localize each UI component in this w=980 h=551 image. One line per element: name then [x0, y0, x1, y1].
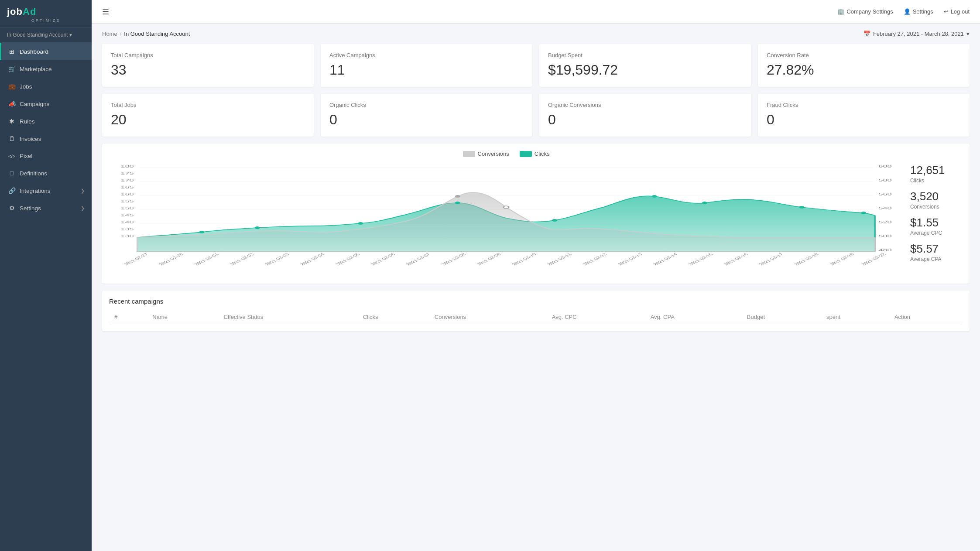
- chart-legend: Conversions Clicks: [109, 151, 903, 157]
- recent-campaigns-title: Recent campaigns: [109, 298, 963, 305]
- settings-label: Settings: [913, 8, 933, 15]
- chart-container: Conversions Clicks 180 175 170 165 160: [102, 144, 970, 284]
- hamburger-button[interactable]: ☰: [102, 7, 109, 17]
- logout-icon: ↩: [944, 8, 949, 15]
- svg-text:130: 130: [120, 234, 134, 238]
- topbar-right: 🏢 Company Settings 👤 Settings ↩ Log out: [837, 8, 970, 15]
- sidebar-item-rules[interactable]: ✱ Rules: [0, 113, 92, 130]
- svg-text:2021-03-16: 2021-03-16: [722, 253, 749, 266]
- stat-label: Organic Conversions: [548, 102, 742, 108]
- sidebar-item-dashboard[interactable]: ⊞ Dashboard: [0, 43, 92, 60]
- chart-stat-label: Average CPA: [910, 256, 963, 262]
- svg-text:145: 145: [120, 213, 134, 217]
- svg-point-27: [358, 222, 363, 225]
- svg-text:175: 175: [120, 171, 134, 175]
- company-settings-link[interactable]: 🏢 Company Settings: [837, 8, 893, 15]
- sidebar-item-label: Definitions: [20, 170, 85, 177]
- chart-stat-value: 12,651: [910, 164, 963, 177]
- topbar: ☰ 🏢 Company Settings 👤 Settings ↩ Log ou…: [92, 0, 980, 24]
- svg-text:150: 150: [120, 206, 134, 210]
- svg-text:140: 140: [120, 220, 134, 224]
- stat-label: Total Jobs: [111, 102, 305, 108]
- svg-text:2021-03-15: 2021-03-15: [687, 253, 714, 266]
- svg-point-35: [504, 206, 509, 209]
- stat-value: 11: [329, 62, 524, 78]
- stat-value: $19,599.72: [548, 62, 742, 78]
- stat-card: Active Campaigns 11: [321, 44, 532, 87]
- stat-value: 0: [767, 112, 961, 128]
- chart-sidebar-stats: 12,651 Clicks 3,520 Conversions $1.55 Av…: [910, 151, 963, 277]
- svg-point-32: [799, 206, 804, 209]
- logo: jobAd: [7, 6, 85, 17]
- stat-value: 0: [548, 112, 742, 128]
- svg-text:2021-03-04: 2021-03-04: [299, 253, 326, 266]
- chevron-right-icon: ❯: [81, 188, 85, 194]
- account-selector[interactable]: In Good Standing Account ▾: [0, 27, 92, 43]
- svg-text:500: 500: [878, 234, 891, 238]
- svg-point-34: [455, 195, 460, 198]
- sidebar-item-label: Settings: [20, 205, 76, 212]
- svg-text:2021-03-07: 2021-03-07: [404, 253, 432, 266]
- sidebar-item-label: Integrations: [20, 188, 76, 194]
- svg-text:2021-03-03: 2021-03-03: [264, 253, 291, 266]
- rules-icon: ✱: [8, 118, 15, 125]
- sidebar-item-marketplace[interactable]: 🛒 Marketplace: [0, 60, 92, 78]
- table-header-cell: Clicks: [358, 310, 429, 324]
- company-settings-label: Company Settings: [846, 8, 893, 15]
- sidebar-item-campaigns[interactable]: 📣 Campaigns: [0, 95, 92, 113]
- sidebar-item-label: Invoices: [20, 136, 85, 142]
- svg-point-33: [861, 212, 866, 214]
- pixel-icon: </>: [8, 154, 15, 159]
- sidebar-item-settings[interactable]: ⚙ Settings ❯: [0, 199, 92, 217]
- svg-text:560: 560: [878, 192, 891, 196]
- stats-row-2: Total Jobs 20 Organic Clicks 0 Organic C…: [102, 94, 970, 137]
- clicks-label: Clicks: [535, 151, 550, 157]
- clicks-color-box: [520, 151, 532, 157]
- sidebar-item-label: Campaigns: [20, 101, 85, 107]
- svg-point-25: [199, 231, 204, 233]
- chevron-down-icon: ▾: [966, 31, 970, 37]
- table-header-cell: Action: [889, 310, 963, 324]
- sidebar-item-integrations[interactable]: 🔗 Integrations ❯: [0, 182, 92, 199]
- page-content: Home / In Good Standing Account 📅 Februa…: [92, 24, 980, 551]
- jobs-icon: 💼: [8, 83, 15, 90]
- svg-text:155: 155: [120, 199, 134, 203]
- table-header-cell: Avg. CPC: [547, 310, 645, 324]
- logout-link[interactable]: ↩ Log out: [944, 8, 970, 15]
- svg-text:170: 170: [120, 178, 134, 182]
- breadcrumb-home[interactable]: Home: [102, 31, 117, 37]
- sidebar-item-invoices[interactable]: 🗒 Invoices: [0, 130, 92, 147]
- table-header-cell: Avg. CPA: [645, 310, 742, 324]
- sidebar-item-definitions[interactable]: □ Definitions: [0, 164, 92, 182]
- stat-label: Budget Spent: [548, 52, 742, 58]
- svg-text:520: 520: [878, 220, 891, 224]
- main-content: ☰ 🏢 Company Settings 👤 Settings ↩ Log ou…: [92, 0, 980, 551]
- stat-card: Total Jobs 20: [102, 94, 314, 137]
- campaigns-table: #NameEffective StatusClicksConversionsAv…: [109, 310, 963, 324]
- svg-point-28: [455, 202, 460, 204]
- sidebar-item-jobs[interactable]: 💼 Jobs: [0, 78, 92, 95]
- sidebar-nav: ⊞ Dashboard 🛒 Marketplace 💼 Jobs 📣 Campa…: [0, 43, 92, 217]
- stat-label: Total Campaigns: [111, 52, 305, 58]
- settings-link[interactable]: 👤 Settings: [904, 8, 933, 15]
- svg-text:135: 135: [120, 227, 134, 231]
- table-header: #NameEffective StatusClicksConversionsAv…: [109, 310, 963, 324]
- sidebar-item-label: Jobs: [20, 83, 85, 90]
- stat-value: 33: [111, 62, 305, 78]
- svg-text:2021-03-13: 2021-03-13: [617, 253, 644, 266]
- chart-main: Conversions Clicks 180 175 170 165 160: [109, 151, 903, 277]
- chart-stat-label: Conversions: [910, 204, 963, 210]
- stat-card: Conversion Rate 27.82%: [758, 44, 970, 87]
- sidebar-item-pixel[interactable]: </> Pixel: [0, 147, 92, 164]
- sidebar-item-label: Dashboard: [20, 48, 85, 55]
- date-range-selector[interactable]: 📅 February 27, 2021 - March 28, 2021 ▾: [863, 31, 970, 37]
- legend-clicks: Clicks: [520, 151, 550, 157]
- definitions-icon: □: [8, 170, 15, 177]
- svg-text:2021-02-27: 2021-02-27: [122, 253, 149, 266]
- svg-text:2021-03-12: 2021-03-12: [581, 253, 608, 266]
- breadcrumb-current: In Good Standing Account: [124, 31, 190, 37]
- legend-conversions: Conversions: [463, 151, 509, 157]
- table-header-cell: Budget: [742, 310, 821, 324]
- svg-text:165: 165: [120, 185, 134, 189]
- stat-value: 27.82%: [767, 62, 961, 78]
